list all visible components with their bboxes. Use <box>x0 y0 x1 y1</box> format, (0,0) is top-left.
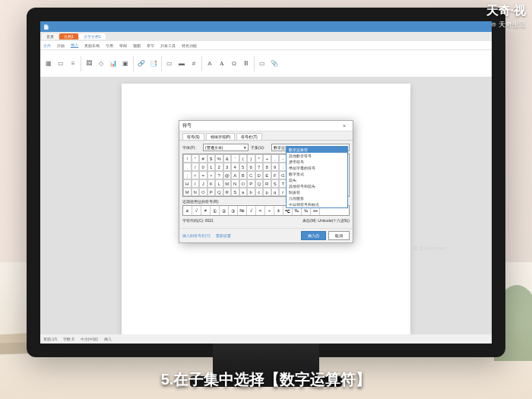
dialog-tab-special[interactable]: 特殊字符(P) <box>206 133 236 140</box>
char-cell[interactable]: 3 <box>223 163 232 171</box>
char-cell[interactable]: c <box>255 188 264 196</box>
char-cell[interactable]: a <box>239 188 248 196</box>
char-cell[interactable]: & <box>223 154 232 163</box>
dropdown-item[interactable]: 几何图形 <box>287 195 347 201</box>
tool-icon[interactable]: ▭ <box>164 59 175 69</box>
char-cell[interactable]: " <box>192 154 200 163</box>
char-cell[interactable]: + <box>263 154 271 163</box>
char-cell[interactable]: L <box>215 179 223 188</box>
tool-icon[interactable]: 📎 <box>269 59 280 69</box>
char-cell[interactable]: ; <box>183 171 192 179</box>
char-cell[interactable]: S <box>231 188 239 196</box>
char-cell[interactable]: N <box>231 179 239 188</box>
tool-icon[interactable]: A <box>204 59 215 69</box>
char-cell[interactable]: F <box>271 171 280 179</box>
menu-file[interactable]: 文件 <box>43 43 51 48</box>
insert-to-bar-link[interactable]: 插入到符号栏(Y) <box>182 233 211 238</box>
close-icon[interactable]: × <box>339 122 350 131</box>
char-cell[interactable]: Q <box>215 188 223 196</box>
recent-char[interactable]: ÷ <box>265 206 274 215</box>
char-cell[interactable]: 7 <box>255 163 264 171</box>
char-cell[interactable]: * <box>255 154 264 163</box>
char-cell[interactable]: ? <box>215 171 223 179</box>
tool-icon[interactable]: 📑 <box>148 59 159 69</box>
char-cell[interactable]: ' <box>231 154 239 163</box>
tool-icon[interactable]: ◇ <box>96 59 106 69</box>
char-cell[interactable]: ! <box>183 154 192 163</box>
dropdown-item[interactable]: 货币符号 <box>287 159 347 165</box>
menu-item[interactable]: 审阅 <box>119 43 127 48</box>
char-cell[interactable]: 2 <box>215 163 223 171</box>
char-cell[interactable]: E <box>263 171 271 179</box>
char-cell[interactable]: K <box>207 179 216 188</box>
recent-char[interactable]: √ <box>192 206 201 215</box>
tool-icon[interactable]: ≡ <box>68 59 78 69</box>
tool-icon[interactable]: 🔗 <box>136 59 147 69</box>
tool-icon[interactable]: ▭ <box>55 59 66 69</box>
recent-char[interactable]: ② <box>220 206 229 215</box>
char-cell[interactable]: J <box>199 179 207 188</box>
dialog-tab-bar[interactable]: 符号栏(T) <box>236 133 261 140</box>
char-cell[interactable]: Q <box>255 179 264 188</box>
char-cell[interactable]: M <box>183 188 192 196</box>
menu-item[interactable]: 特色功能 <box>182 43 197 48</box>
char-cell[interactable]: R <box>263 179 271 188</box>
dropdown-item[interactable]: 中日韩符号和标点 <box>287 201 347 207</box>
cancel-button[interactable]: 取消 <box>328 231 350 240</box>
char-cell[interactable]: R <box>223 188 232 196</box>
char-cell[interactable]: O <box>239 179 248 188</box>
recent-char[interactable]: × <box>256 206 265 215</box>
char-cell[interactable]: . <box>183 163 192 171</box>
recent-char[interactable]: ③ <box>229 206 238 215</box>
recent-char[interactable]: √ <box>247 206 256 215</box>
char-cell[interactable]: 0 <box>199 163 207 171</box>
char-cell[interactable]: q <box>271 188 280 196</box>
font-select[interactable]: (普通文本)▾ <box>203 144 249 151</box>
dropdown-item[interactable]: 类似字母的符号 <box>287 165 347 171</box>
tool-icon[interactable]: ▣ <box>120 59 131 69</box>
insert-button[interactable]: 插入(I) <box>301 231 326 240</box>
char-cell[interactable]: 8 <box>263 163 271 171</box>
tab-home[interactable]: 首页 <box>42 33 59 40</box>
reset-link[interactable]: 重新设置 <box>216 233 231 238</box>
char-cell[interactable]: H <box>183 179 192 188</box>
menu-item[interactable]: 章节 <box>147 43 154 48</box>
char-cell[interactable]: = <box>199 171 207 179</box>
tool-icon[interactable]: 📊 <box>108 59 119 69</box>
dropdown-item[interactable]: 其他符号和箭头 <box>287 183 347 189</box>
char-cell[interactable]: N <box>192 188 200 196</box>
tool-icon[interactable]: # <box>188 59 199 69</box>
char-cell[interactable]: # <box>199 154 207 163</box>
tool-icon[interactable]: Ω <box>229 59 239 69</box>
char-cell[interactable]: b <box>247 188 255 196</box>
char-cell[interactable]: M <box>223 179 232 188</box>
recent-char[interactable]: ≠ <box>201 206 211 215</box>
tool-icon[interactable]: 𝐀 <box>217 59 227 69</box>
recent-char[interactable]: ≥ <box>183 206 192 215</box>
recent-char[interactable]: ① <box>211 206 220 215</box>
char-cell[interactable]: ) <box>247 154 255 163</box>
char-cell[interactable]: O <box>199 188 207 196</box>
char-cell[interactable]: % <box>215 154 223 163</box>
char-cell[interactable]: D <box>255 171 264 179</box>
char-cell[interactable]: P <box>247 179 255 188</box>
char-cell[interactable]: ( <box>239 154 248 163</box>
char-cell[interactable]: p <box>263 188 271 196</box>
menu-item[interactable]: 视图 <box>133 43 141 48</box>
dropdown-item[interactable]: 数学运算符 <box>287 147 347 153</box>
char-cell[interactable]: B <box>239 171 248 179</box>
char-cell[interactable]: 6 <box>247 163 255 171</box>
menu-item[interactable]: 开发工具 <box>160 43 176 48</box>
char-cell[interactable]: I <box>192 179 200 188</box>
dropdown-item[interactable]: 制表符 <box>287 189 347 195</box>
tool-icon[interactable]: ▦ <box>43 59 54 69</box>
menu-item[interactable]: 开始 <box>57 43 65 48</box>
menu-item[interactable]: 引用 <box>106 43 113 48</box>
tab-doc[interactable]: 文档1 <box>59 33 78 40</box>
recent-char[interactable]: ± <box>274 206 283 215</box>
tool-icon[interactable]: ▬ <box>176 59 187 69</box>
dropdown-item[interactable]: 其他数学符号 <box>287 153 347 159</box>
menu-item[interactable]: 页面布局 <box>84 43 100 48</box>
char-cell[interactable]: , <box>271 154 280 163</box>
dropdown-item[interactable]: 数字形式 <box>287 171 347 177</box>
